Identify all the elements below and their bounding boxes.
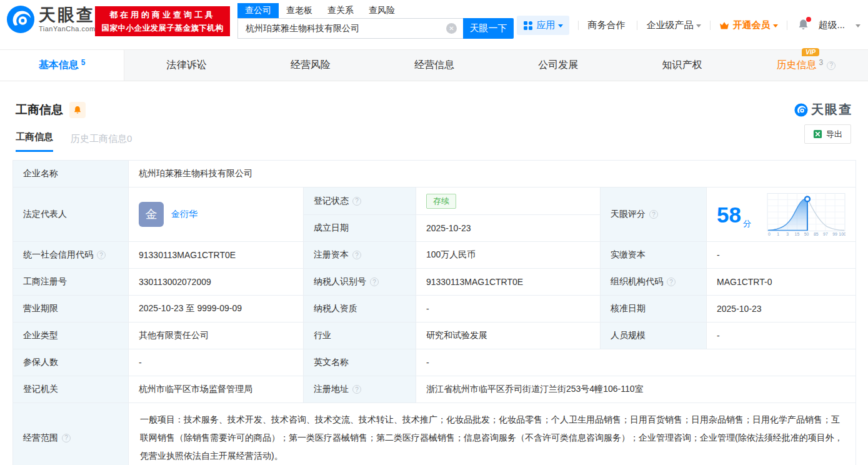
help-icon[interactable]: ?: [370, 278, 379, 286]
chart-tick-label: 0: [768, 232, 771, 236]
help-icon[interactable]: ?: [649, 210, 658, 219]
nav-enterprise-products[interactable]: 企业级产品: [646, 19, 701, 31]
legal-rep-avatar[interactable]: 金: [139, 202, 164, 227]
help-icon[interactable]: ?: [667, 278, 676, 286]
tab-count: 5: [81, 58, 86, 67]
field-label: 行业: [304, 322, 416, 349]
field-label: 组织机构代码 ?: [601, 269, 707, 296]
tianyancha-eye-icon: [794, 103, 808, 117]
approval-date-value: 2025-10-23: [707, 296, 856, 322]
reg-status-cell: 存续: [416, 188, 601, 215]
clear-search-icon[interactable]: ✕: [446, 23, 457, 34]
tianyancha-watermark: 天眼查: [794, 101, 852, 118]
promo-line1: 都在用的商业查询工具: [109, 9, 216, 21]
excel-icon: [813, 129, 822, 139]
help-icon[interactable]: ?: [827, 61, 836, 70]
establish-date-value: 2025-10-23: [416, 215, 601, 242]
brand-name: 天眼查: [39, 7, 96, 24]
field-label: 实缴资本: [601, 242, 707, 269]
field-label: 纳税人识别号 ?: [304, 269, 416, 296]
tab-basic-info[interactable]: 基本信息 5: [0, 50, 124, 81]
tab-operational-risk[interactable]: 经营风险: [249, 50, 372, 81]
vip-badge: VIP: [802, 48, 819, 56]
legal-rep-link[interactable]: 金衍华: [171, 209, 197, 220]
help-icon[interactable]: ?: [352, 251, 361, 259]
apps-menu[interactable]: 应用: [517, 16, 569, 35]
help-icon[interactable]: ?: [352, 197, 361, 206]
tianyancha-logo[interactable]: 天眼查 TianYanCha.com: [6, 5, 96, 34]
search-tab-relation[interactable]: 查关系: [320, 3, 361, 18]
export-button[interactable]: 导出: [804, 124, 851, 144]
score-marker: [805, 196, 810, 201]
reg-address-value: 浙江省杭州市临平区乔司街道汀兰街253号4幢106-110室: [416, 376, 856, 403]
subtab-business-registration[interactable]: 工商信息: [16, 131, 53, 152]
nav-business-cooperation[interactable]: 商务合作: [587, 19, 628, 31]
help-icon[interactable]: ?: [97, 251, 106, 259]
field-label: 企业名称: [13, 161, 129, 188]
table-row: 法定代表人 金 金衍华 登记状态 ? 存续 天眼评分 ? 58分: [13, 188, 856, 215]
table-row: 工商注册号 330113002072009 纳税人识别号 ? 91330113M…: [13, 269, 856, 296]
divider: [710, 21, 711, 30]
field-label: 注册地址 ?: [304, 376, 416, 403]
legal-rep-cell: 金 金衍华: [129, 188, 304, 242]
english-name-value: -: [416, 349, 856, 376]
notifications-bell-icon[interactable]: [797, 19, 809, 32]
taxpayer-quality-value: -: [416, 296, 601, 322]
help-icon[interactable]: ?: [62, 434, 71, 442]
help-icon[interactable]: ?: [352, 385, 361, 394]
table-row: 企业类型 其他有限责任公司 行业 研究和试验发展 人员规模 -: [13, 322, 856, 349]
chevron-down-icon: [696, 24, 701, 28]
chart-tick-label: 99: [832, 232, 837, 236]
user-account-menu[interactable]: 超级...: [818, 19, 861, 31]
status-badge: 存续: [426, 194, 456, 209]
open-membership-link[interactable]: 开通会员: [719, 19, 778, 31]
field-label: 注册资本 ?: [304, 242, 416, 269]
taxpayer-id-value: 91330113MAG1CTRT0E: [416, 269, 601, 296]
search-button[interactable]: 天眼一下: [463, 18, 514, 39]
chart-tick-label: 1: [777, 232, 779, 236]
field-label: 经营范围 ?: [13, 403, 129, 465]
field-label: 天眼评分 ?: [601, 188, 707, 242]
reg-authority-value: 杭州市临平区市场监督管理局: [129, 376, 304, 403]
tab-count: 3: [819, 58, 823, 67]
score-distribution-chart: 0 1 3 15 50 85 97 99 100: [767, 192, 846, 237]
divider: [637, 21, 637, 30]
search-tab-risk[interactable]: 查风险: [361, 3, 402, 18]
promo-banner: 都在用的商业查询工具 国家中小企业发展子基金旗下机构: [95, 6, 230, 36]
tab-company-development[interactable]: 公司发展: [496, 50, 620, 81]
monitor-bell-button[interactable]: [69, 102, 86, 118]
tab-history-info[interactable]: VIP 历史信息 3 ?: [744, 50, 868, 81]
chevron-down-icon: [558, 24, 563, 28]
tab-intellectual-property[interactable]: 知识产权: [620, 50, 744, 81]
search-tab-boss[interactable]: 查老板: [279, 3, 320, 18]
score-value[interactable]: 58分: [717, 204, 751, 226]
field-label: 登记机关: [13, 376, 129, 403]
chevron-down-icon: [773, 24, 778, 28]
field-label: 登记状态 ?: [304, 188, 416, 215]
table-row: 企业名称 杭州珀莱雅生物科技有限公司: [13, 161, 856, 188]
apps-label: 应用: [536, 19, 555, 31]
field-label: 成立日期: [304, 215, 416, 242]
field-label: 工商注册号: [13, 269, 129, 296]
org-code-value: MAG1CTRT-0: [707, 269, 856, 296]
company-type-value: 其他有限责任公司: [129, 322, 304, 349]
company-detail-tabs: 基本信息 5 法律诉讼 经营风险 经营信息 公司发展 知识产权 VIP 历史信息…: [0, 49, 868, 81]
industry-value: 研究和试验发展: [416, 322, 601, 349]
apps-grid-icon: [523, 21, 533, 31]
search-input[interactable]: [237, 18, 463, 39]
field-label: 统一社会信用代码 ?: [13, 242, 129, 269]
tab-legal-proceedings[interactable]: 法律诉讼: [124, 50, 248, 81]
field-label: 核准日期: [601, 296, 707, 322]
bell-icon: [73, 106, 82, 114]
promo-line2: 国家中小企业发展子基金旗下机构: [102, 23, 224, 34]
chevron-down-icon: [856, 24, 861, 28]
subtab-history-registration[interactable]: 历史工商信息0: [71, 133, 132, 152]
search-tabs: 查公司 查老板 查关系 查风险: [237, 3, 514, 18]
table-row: 经营范围 ? 一般项目：技术服务、技术开发、技术咨询、技术交流、技术转让、技术推…: [13, 403, 856, 465]
table-row: 登记机关 杭州市临平区市场监督管理局 注册地址 ? 浙江省杭州市临平区乔司街道汀…: [13, 376, 856, 403]
crown-icon: [719, 21, 729, 30]
insured-count-value: -: [129, 349, 304, 376]
field-label: 人员规模: [601, 322, 707, 349]
tab-business-info[interactable]: 经营信息: [372, 50, 496, 81]
search-tab-company[interactable]: 查公司: [237, 3, 279, 18]
